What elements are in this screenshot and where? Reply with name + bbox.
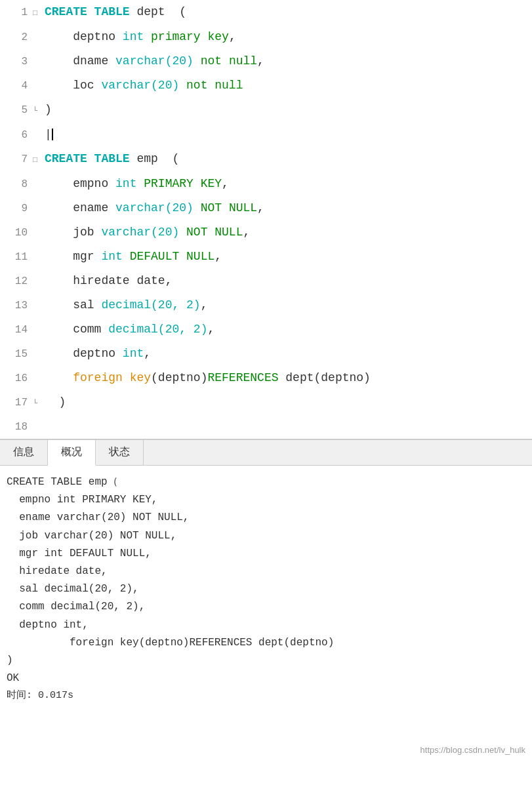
line-number: 16 (0, 367, 33, 390)
code-token: comm (45, 323, 108, 336)
code-line-11: 11 mgr int DEFAULT NULL, (0, 245, 532, 269)
code-line-2: 2 deptno int primary key, (0, 25, 532, 49)
line-code: mgr int DEFAULT NULL, (42, 245, 222, 268)
code-token: mgr (45, 250, 101, 263)
code-token: , (257, 201, 264, 214)
tab-概况[interactable]: 概况 (48, 440, 96, 466)
line-code: hiredate date, (42, 269, 172, 293)
result-line: deptno int, (7, 616, 525, 634)
line-code: foreign key(deptno)REFERENCES dept(deptn… (42, 366, 371, 390)
tab-状态[interactable]: 状态 (96, 440, 144, 465)
result-line: ) (7, 652, 525, 670)
code-line-8: 8 empno int PRIMARY KEY, (0, 172, 532, 196)
line-number: 9 (0, 197, 33, 220)
code-token: REFERENCES (207, 371, 278, 384)
code-token (194, 54, 201, 68)
code-token: foreign key (73, 371, 151, 384)
result-line: job varchar(20) NOT NULL, (7, 527, 525, 545)
code-token: dept ( (130, 5, 186, 18)
line-code: ) (42, 390, 66, 414)
code-token (123, 250, 130, 263)
line-number: 13 (0, 294, 33, 317)
result-line: hiredate date, (7, 563, 525, 580)
line-code: deptno int primary key, (42, 25, 236, 49)
line-number: 11 (0, 245, 33, 269)
line-number: 7 (0, 148, 33, 171)
line-code: sal decimal(20, 2), (42, 293, 207, 317)
line-code: CREATE TABLE emp ( (42, 147, 179, 171)
code-token: sal (45, 298, 101, 312)
line-collapse-icon: └ (33, 392, 42, 415)
code-line-17: 17└ ) (0, 390, 532, 415)
code-token: varchar(20) (101, 226, 179, 239)
line-code: dname varchar(20) not null, (42, 49, 264, 73)
code-token: decimal(20, 2) (101, 298, 200, 312)
code-line-10: 10 job varchar(20) NOT NULL, (0, 220, 532, 245)
code-token: int (115, 177, 136, 190)
result-line: mgr int DEFAULT NULL, (7, 545, 525, 563)
line-number: 5 (0, 98, 33, 122)
code-token: DEFAULT NULL (130, 250, 215, 263)
code-token: , (144, 347, 151, 360)
code-token: varchar(20) (115, 54, 194, 68)
code-token: (deptno) (151, 371, 207, 384)
line-code: CREATE TABLE dept ( (42, 0, 186, 24)
code-token: , (207, 323, 215, 336)
code-line-14: 14 comm decimal(20, 2), (0, 317, 532, 342)
line-code: job varchar(20) NOT NULL, (42, 220, 250, 244)
code-line-16: 16 foreign key(deptno)REFERENCES dept(de… (0, 366, 532, 390)
code-token: varchar(20) (115, 201, 194, 214)
code-token (179, 79, 186, 92)
code-token: varchar(20) (101, 79, 179, 92)
line-code: loc varchar(20) not null (42, 73, 243, 97)
code-token: ename (45, 201, 115, 214)
code-token: deptno (45, 347, 123, 360)
code-token: int (123, 347, 144, 360)
line-collapse-icon: └ (33, 99, 42, 123)
code-token: loc (45, 79, 101, 92)
line-number: 18 (0, 415, 33, 439)
code-token: deptno (45, 30, 123, 43)
line-number: 6 (0, 123, 33, 147)
code-token: , (243, 226, 250, 239)
line-number: 3 (0, 50, 33, 73)
code-token: , (222, 177, 229, 190)
result-line: 时间: 0.017s (7, 687, 525, 704)
line-code: ) (42, 98, 52, 121)
code-token: NOT NULL (201, 201, 257, 214)
line-number: 10 (0, 221, 33, 245)
code-line-13: 13 sal decimal(20, 2), (0, 293, 532, 317)
code-line-15: 15 deptno int, (0, 342, 532, 366)
line-number: 1 (0, 1, 33, 24)
code-line-4: 4 loc varchar(20) not null (0, 73, 532, 98)
code-token: , (257, 54, 264, 68)
code-token: ) (45, 395, 66, 409)
code-token: int (101, 250, 122, 263)
line-number: 12 (0, 270, 33, 293)
code-token (45, 371, 73, 384)
code-token: not null (186, 79, 243, 92)
result-line: OK (7, 670, 525, 687)
line-number: 2 (0, 26, 33, 49)
code-token: primary key (151, 30, 229, 43)
code-token: empno (45, 177, 115, 190)
code-token: emp ( (130, 152, 180, 165)
line-code: comm decimal(20, 2), (42, 317, 215, 341)
code-token: ) (45, 103, 52, 116)
code-line-5: 5└) (0, 98, 532, 123)
result-line: empno int PRIMARY KEY, (7, 491, 525, 509)
result-line: comm decimal(20, 2), (7, 598, 525, 616)
tabs-bar: 信息概况状态 (0, 440, 532, 466)
line-number: 14 (0, 318, 33, 342)
line-collapse-icon: □ (33, 148, 42, 172)
code-line-3: 3 dname varchar(20) not null, (0, 49, 532, 73)
code-token: , (201, 298, 208, 312)
tab-信息[interactable]: 信息 (0, 440, 48, 465)
result-line: sal decimal(20, 2), (7, 580, 525, 598)
code-token: hiredate date, (45, 274, 172, 287)
code-token: , (215, 250, 222, 263)
code-token (194, 201, 201, 214)
line-code: deptno int, (42, 342, 151, 365)
code-line-6: 6| (0, 123, 532, 147)
line-code: empno int PRIMARY KEY, (42, 172, 229, 195)
